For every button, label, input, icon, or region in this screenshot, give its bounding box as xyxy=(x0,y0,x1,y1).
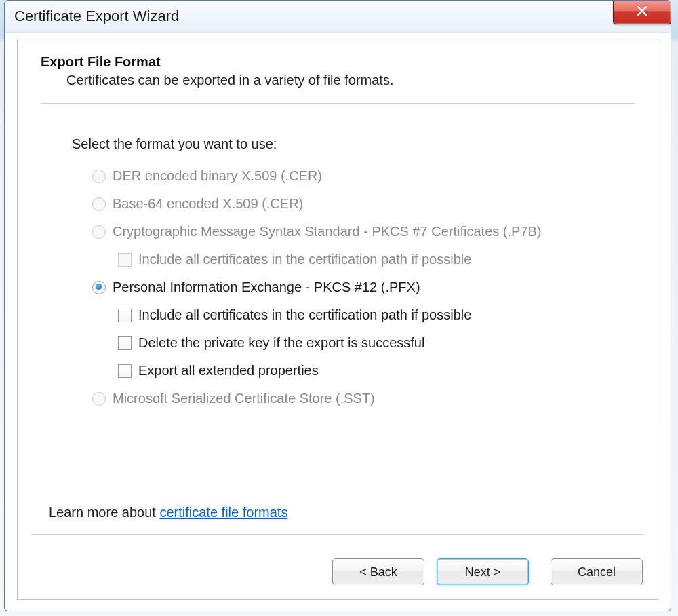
radio-sst xyxy=(92,392,106,406)
option-p7b: Cryptographic Message Syntax Standard - … xyxy=(92,224,635,239)
option-der: DER encoded binary X.509 (.CER) xyxy=(92,168,635,184)
radio-pfx[interactable] xyxy=(92,281,106,294)
learn-more-prefix: Learn more about xyxy=(49,505,159,520)
learn-more-link[interactable]: certificate file formats xyxy=(159,505,287,520)
option-sst: Microsoft Serialized Certificate Store (… xyxy=(92,391,635,406)
cancel-button[interactable]: Cancel xyxy=(551,558,643,585)
option-p7b-sub-include: Include all certificates in the certific… xyxy=(118,252,635,267)
radio-der xyxy=(92,170,106,183)
footer-separator xyxy=(31,534,644,535)
format-form: Select the format you want to use: DER e… xyxy=(18,104,658,406)
checkbox-pfx-extended[interactable] xyxy=(118,364,132,378)
checkbox-pfx-include[interactable] xyxy=(118,309,132,322)
wizard-buttons: < Back Next > Cancel xyxy=(332,558,643,585)
dialog-title: Certificate Export Wizard xyxy=(14,7,179,25)
dialog-frame: Certificate Export Wizard Export File Fo… xyxy=(4,0,671,611)
heading-title: Export File Format xyxy=(41,54,635,70)
option-sst-label: Microsoft Serialized Certificate Store (… xyxy=(113,391,375,406)
radio-base64 xyxy=(92,197,106,211)
wizard-heading: Export File Format Certificates can be e… xyxy=(18,39,658,88)
format-prompt: Select the format you want to use: xyxy=(72,136,635,152)
titlebar: Certificate Export Wizard xyxy=(5,1,671,33)
option-base64: Base-64 encoded X.509 (.CER) xyxy=(92,196,635,212)
option-p7b-label: Cryptographic Message Syntax Standard - … xyxy=(113,224,542,239)
checkbox-pfx-delete[interactable] xyxy=(118,336,132,350)
close-button[interactable] xyxy=(613,0,671,24)
option-pfx-sub-delete-label: Delete the private key if the export is … xyxy=(138,335,424,351)
learn-more: Learn more about certificate file format… xyxy=(49,505,287,520)
option-base64-label: Base-64 encoded X.509 (.CER) xyxy=(113,196,303,212)
heading-subtitle: Certificates can be exported in a variet… xyxy=(41,70,635,88)
back-button[interactable]: < Back xyxy=(332,558,424,585)
option-pfx-sub-delete[interactable]: Delete the private key if the export is … xyxy=(118,335,635,351)
option-pfx-label: Personal Information Exchange - PKCS #12… xyxy=(113,280,420,295)
close-icon xyxy=(636,5,648,20)
option-p7b-sub-include-label: Include all certificates in the certific… xyxy=(138,252,471,267)
checkbox-p7b-include xyxy=(118,253,132,267)
radio-p7b xyxy=(92,225,106,239)
option-pfx[interactable]: Personal Information Exchange - PKCS #12… xyxy=(92,280,635,295)
option-pfx-sub-include[interactable]: Include all certificates in the certific… xyxy=(118,307,635,323)
wizard-panel: Export File Format Certificates can be e… xyxy=(17,39,658,600)
option-pfx-sub-extended-label: Export all extended properties xyxy=(138,363,319,379)
option-pfx-sub-include-label: Include all certificates in the certific… xyxy=(138,307,471,323)
next-button[interactable]: Next > xyxy=(437,558,529,585)
option-pfx-sub-extended[interactable]: Export all extended properties xyxy=(118,363,635,379)
option-der-label: DER encoded binary X.509 (.CER) xyxy=(113,168,322,184)
